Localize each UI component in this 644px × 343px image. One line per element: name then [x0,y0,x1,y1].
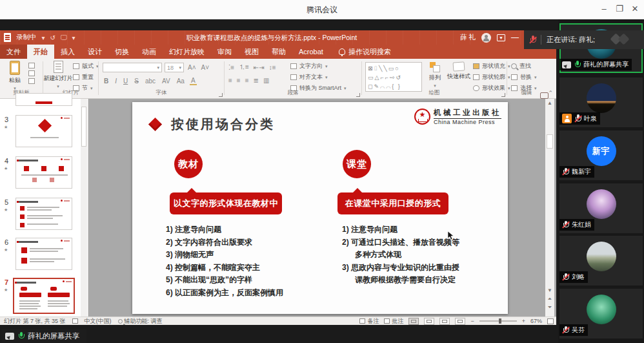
thumbnail-slide-6[interactable]: 6 ★ [0,238,81,273]
ppt-minimize-icon[interactable]: — [511,33,519,42]
tell-me-search[interactable]: 操作说明搜索 [339,45,391,59]
indent-icons[interactable]: ⇤⇥ [254,64,265,71]
change-case-button[interactable]: Aa [176,78,186,85]
tab-view[interactable]: 视图 [238,45,265,59]
cut-icon[interactable] [28,63,35,68]
zoom-percentage[interactable]: 67% [530,318,542,324]
font-name-combo[interactable]: ▾ [103,63,162,72]
bullets-icon[interactable]: ⁚≡ [228,64,234,71]
comments-icon[interactable] [540,92,548,99]
tab-slideshow[interactable]: 幻灯片放映 [163,45,211,59]
badge-textbook[interactable]: 教材 [174,150,203,178]
slideshow-view-button[interactable] [455,318,465,325]
underline-button[interactable]: U [122,78,129,85]
find-button[interactable]: 查找 [511,62,537,70]
classroom-list[interactable]: 1) 注意导向问题 2) 可通过口头描述、播放音视频等 多种方式体现 3) 思政… [342,223,503,287]
next-slide-icon[interactable]: ⏷ [545,304,554,311]
drawing-dialog-launcher[interactable] [501,93,505,97]
paste-button[interactable]: 粘贴 ▾ [3,61,27,91]
undo-icon[interactable]: ↺ [50,34,55,41]
numbering-icon[interactable]: ⒈≡ [239,63,249,72]
account-name[interactable]: 薛 礼 [460,33,476,42]
zoom-in-icon[interactable]: + [522,318,525,324]
shape-outline-button[interactable]: 形状轮廓▾ [473,73,510,81]
participant-tile[interactable]: 朱红娟 [559,183,643,233]
comments-toggle[interactable]: 批注 [384,317,403,326]
participant-tile[interactable]: 吴芬 [559,289,643,338]
badge-classroom[interactable]: 课堂 [343,150,371,178]
tab-animations[interactable]: 动画 [136,45,163,59]
tab-file[interactable]: 文件 [0,45,27,59]
tab-design[interactable]: 设计 [81,45,108,59]
align-right-icon[interactable]: ≡ [245,77,249,84]
current-slide[interactable]: 按使用场合分类 机械工业出版社 China Machine Press 教材 以… [132,102,508,314]
thumbnail-slide-4[interactable]: 4 ★ [0,156,81,191]
minimize-button[interactable]: – [596,0,612,19]
tab-transitions[interactable]: 切换 [108,45,136,59]
justify-icon[interactable]: ≣ [254,77,259,84]
textbook-list[interactable]: 1) 注意导向问题 2) 文字内容符合出版要求 3) 润物细无声 4) 控制篇幅… [166,223,327,299]
language-status[interactable]: 中文(中国) [85,317,112,326]
char-spacing-button[interactable]: AV [161,78,172,85]
arrange-button[interactable]: 排列 ▾ [425,62,445,88]
thumbnail-scrollbar[interactable] [81,99,87,317]
thumbnail-slide-3[interactable]: 3 ★ [0,115,81,150]
copy-icon[interactable] [28,70,35,76]
quick-styles-button[interactable]: 快速样式 [445,62,473,81]
replace-button[interactable]: 替换▾ [511,73,537,81]
chevron-down-icon[interactable]: ▾ [42,34,45,41]
participant-tile[interactable]: 叶泉 [559,78,643,127]
clear-formatting-icon[interactable]: abc [144,78,157,85]
close-button[interactable]: ✕ [627,0,643,19]
restore-button[interactable]: ❐ [612,0,627,19]
align-left-icon[interactable]: ≡ [228,77,232,84]
reset-button[interactable]: 重置 [73,73,99,81]
shrink-font-icon[interactable]: A˅ [200,64,211,71]
account-avatar[interactable] [481,33,491,43]
font-size-combo[interactable]: 18▾ [165,63,184,72]
tab-review[interactable]: 审阅 [211,45,238,59]
participant-tile[interactable]: 新宇 魏新宇 [559,130,643,180]
text-direction-button[interactable]: 文字方向▾ [290,62,347,70]
format-painter-icon[interactable] [28,78,35,84]
slide-scrollbar-thumb[interactable] [547,134,553,149]
thumbnail-slide-5[interactable]: 5 ★ [0,198,81,233]
strikethrough-button[interactable]: S [133,78,140,85]
font-color-button[interactable]: A [190,77,197,85]
thumbnail-scrollbar-thumb[interactable] [81,107,86,147]
thumbnail-slide-2-partial[interactable] [0,93,81,106]
collapse-ribbon-icon[interactable]: ⌃ [548,90,553,96]
shape-gallery[interactable]: ⊠⌷╲╲▭○ ▭△⌐⌐⇨↺ ◻✎⌒⌒{ } [365,62,422,92]
zoom-slider-knob[interactable] [499,318,501,324]
ribbon-display-options-icon[interactable]: ▾ [497,34,505,41]
bubble-textbook[interactable]: 以文字的形式体现在教材中 [170,192,282,214]
layout-button[interactable]: 版式▾ [73,62,99,70]
tab-insert[interactable]: 插入 [54,45,81,59]
thumbnail-slide-7-current[interactable]: 7 ★ [0,278,81,317]
display-settings-icon[interactable] [72,318,78,324]
previous-slide-icon[interactable]: ⏶ [545,296,554,302]
zoom-slider[interactable] [479,320,517,322]
zoom-out-icon[interactable]: − [470,318,474,324]
accessibility-status[interactable]: 辅助功能: 调查 [118,317,163,326]
shape-fill-button[interactable]: 形状填充▾ [473,62,510,70]
scroll-up-icon[interactable]: ▲ [545,100,554,106]
customize-toolbar-icon[interactable]: ▾ [72,34,75,41]
paragraph-dialog-launcher[interactable] [356,93,360,97]
align-text-button[interactable]: 对齐文本▾ [290,73,347,81]
grow-font-icon[interactable]: A˄ [186,64,197,71]
start-slideshow-icon[interactable]: 🖵 [61,34,67,41]
recording-status[interactable]: 录制中 [16,33,37,42]
notes-toggle[interactable]: 备注 [359,317,379,326]
tab-home[interactable]: 开始 [27,45,54,59]
scroll-down-icon[interactable]: ▼ [545,287,554,293]
new-slide-button[interactable]: 新建幻灯片 ▾ [45,61,72,89]
line-spacing-icon[interactable]: ↕≡ [269,64,276,71]
participant-tile[interactable]: 刘略 [559,236,643,286]
columns-icon[interactable]: ▥ [263,77,269,84]
slide-scrollbar[interactable]: ▲ ▼ ⏶ ⏷ [545,99,554,317]
reading-view-button[interactable] [439,318,450,325]
bold-button[interactable]: B [103,78,110,85]
slide-title[interactable]: 按使用场合分类 [171,116,275,133]
normal-view-button[interactable] [408,318,419,325]
